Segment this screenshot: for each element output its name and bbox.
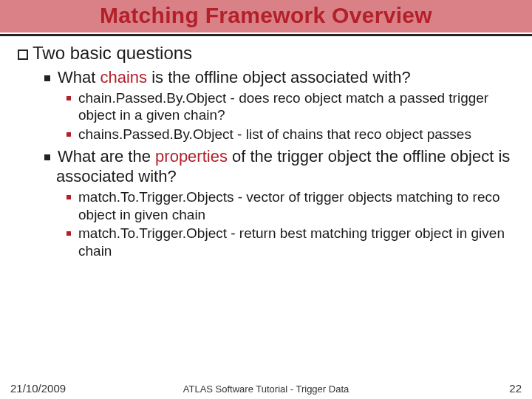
slide-body: Two basic questions What chains is the o… [0, 36, 532, 260]
slide: Matching Framework Overview Two basic qu… [0, 0, 532, 399]
small-square-icon [66, 132, 71, 137]
q1-highlight: chains [100, 68, 147, 86]
small-square-icon [66, 195, 71, 200]
slide-footer: 21/10/2009 ATLAS Software Tutorial - Tri… [0, 383, 532, 395]
bullet-lvl3: chain.Passed.By.Object - does reco objec… [66, 89, 514, 125]
slide-title: Matching Framework Overview [0, 3, 532, 28]
bullet-lvl1: Two basic questions [18, 42, 514, 64]
api-name: chain.Passed.By.Object [78, 90, 226, 106]
footer-page-number: 22 [509, 382, 522, 395]
bullet-lvl3: chains.Passed.By.Object - list of chains… [66, 126, 514, 143]
square-icon [44, 75, 50, 81]
hollow-square-icon [18, 50, 28, 60]
small-square-icon [66, 231, 71, 236]
bullet-lvl2: What are the properties of the trigger o… [44, 146, 514, 187]
title-band: Matching Framework Overview [0, 0, 532, 33]
api-name: match.To.Trigger.Objects [78, 189, 233, 205]
lvl1-text: Two basic questions [33, 43, 192, 63]
q2-highlight: properties [155, 147, 228, 166]
footer-center: ATLAS Software Tutorial - Trigger Data [15, 383, 517, 395]
api-desc: - list of chains that reco object passes [233, 126, 471, 142]
api-name: chains.Passed.By.Object [78, 126, 233, 142]
bullet-lvl2: What chains is the offline object associ… [44, 67, 514, 88]
bullet-lvl3: match.To.Trigger.Objects - vector of tri… [66, 188, 514, 224]
q1-pre: What [58, 68, 100, 86]
q2-pre: What are the [58, 147, 155, 166]
bullet-lvl3: match.To.Trigger.Object - return best ma… [66, 225, 514, 260]
square-icon [44, 154, 50, 160]
small-square-icon [66, 96, 71, 100]
api-name: match.To.Trigger.Object [78, 225, 227, 241]
q1-post: is the offline object associated with? [147, 68, 411, 86]
footer-date: 21/10/2009 [10, 382, 66, 395]
